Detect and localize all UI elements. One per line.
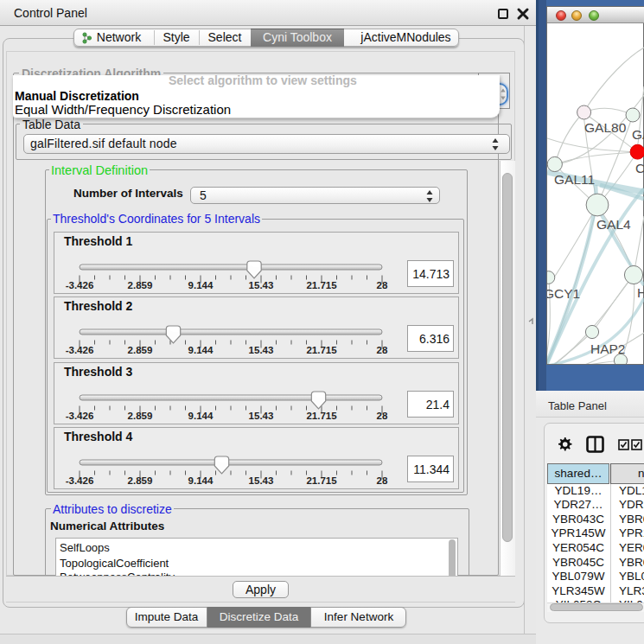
- svg-text:GAL80: GAL80: [584, 120, 627, 135]
- svg-text:C: C: [635, 161, 644, 175]
- svg-text:GA: GA: [632, 127, 644, 142]
- svg-text:H: H: [637, 285, 644, 300]
- svg-text:GAL4: GAL4: [596, 217, 631, 232]
- svg-text:GAL11: GAL11: [554, 172, 595, 187]
- svg-text:HAP2: HAP2: [590, 341, 626, 356]
- svg-text:GCY1: GCY1: [547, 286, 580, 301]
